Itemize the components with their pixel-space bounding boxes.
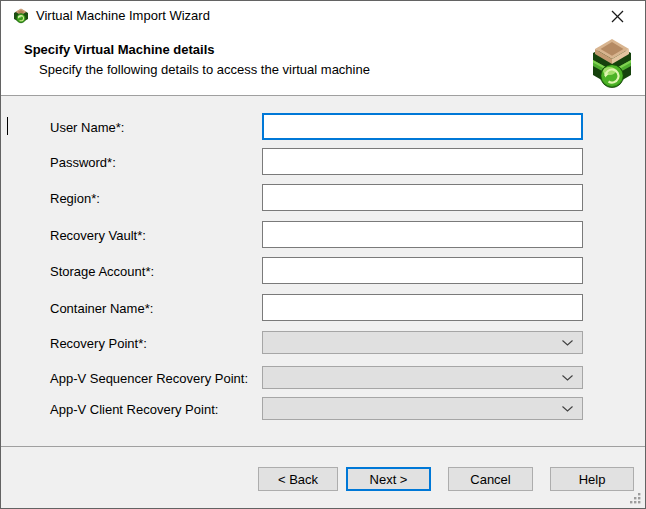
cancel-button[interactable]: Cancel: [448, 467, 533, 491]
region-label: Region*:: [50, 190, 100, 205]
package-icon: [13, 8, 29, 24]
text-caret: [7, 117, 8, 135]
storage-account-label: Storage Account*:: [50, 263, 154, 278]
field-row: Container Name*:: [1, 294, 645, 321]
chevron-down-icon: [562, 375, 573, 381]
container-name-input[interactable]: [262, 294, 583, 321]
recovery-vault-input[interactable]: [262, 221, 583, 248]
chevron-down-icon: [562, 406, 573, 412]
field-row: Region*:: [1, 184, 645, 211]
recovery-vault-label: Recovery Vault*:: [50, 227, 146, 242]
wizard-window: Virtual Machine Import Wizard Specify Vi…: [0, 0, 646, 509]
window-title: Virtual Machine Import Wizard: [36, 1, 210, 31]
password-input[interactable]: [262, 148, 583, 175]
recovery-point-label: Recovery Point*:: [50, 335, 147, 350]
close-icon: [611, 10, 624, 23]
field-row: Storage Account*:: [1, 257, 645, 284]
recovery-point-select[interactable]: [262, 331, 583, 354]
field-row: App-V Client Recovery Point:: [1, 397, 645, 420]
back-button[interactable]: < Back: [258, 467, 338, 491]
chevron-down-icon: [562, 340, 573, 346]
app-v-sequencer-recovery-point-select[interactable]: [262, 366, 583, 389]
user-name-input[interactable]: [262, 113, 583, 140]
field-row: App-V Sequencer Recovery Point:: [1, 366, 645, 389]
close-button[interactable]: [589, 1, 645, 31]
user-name-label: User Name*:: [50, 119, 124, 134]
wizard-header: Specify Virtual Machine details Specify …: [1, 31, 645, 96]
resize-grip[interactable]: [629, 492, 641, 504]
storage-account-input[interactable]: [262, 257, 583, 284]
password-label: Password*:: [50, 154, 116, 169]
app-v-sequencer-recovery-point-label: App-V Sequencer Recovery Point:: [50, 370, 248, 385]
container-name-label: Container Name*:: [50, 300, 153, 315]
package-recycle-icon: [590, 38, 634, 90]
app-v-client-recovery-point-select[interactable]: [262, 397, 583, 420]
titlebar: Virtual Machine Import Wizard: [1, 1, 645, 31]
field-row: Recovery Point*:: [1, 331, 645, 354]
field-row: Password*:: [1, 148, 645, 175]
footer-divider: [1, 446, 645, 447]
page-title: Specify Virtual Machine details: [24, 42, 215, 57]
field-row: Recovery Vault*:: [1, 221, 645, 248]
field-row: User Name*:: [1, 113, 645, 140]
help-button[interactable]: Help: [550, 467, 634, 491]
region-input[interactable]: [262, 184, 583, 211]
page-subtitle: Specify the following details to access …: [39, 62, 370, 77]
app-v-client-recovery-point-label: App-V Client Recovery Point:: [50, 401, 218, 416]
next-button[interactable]: Next >: [346, 467, 431, 491]
